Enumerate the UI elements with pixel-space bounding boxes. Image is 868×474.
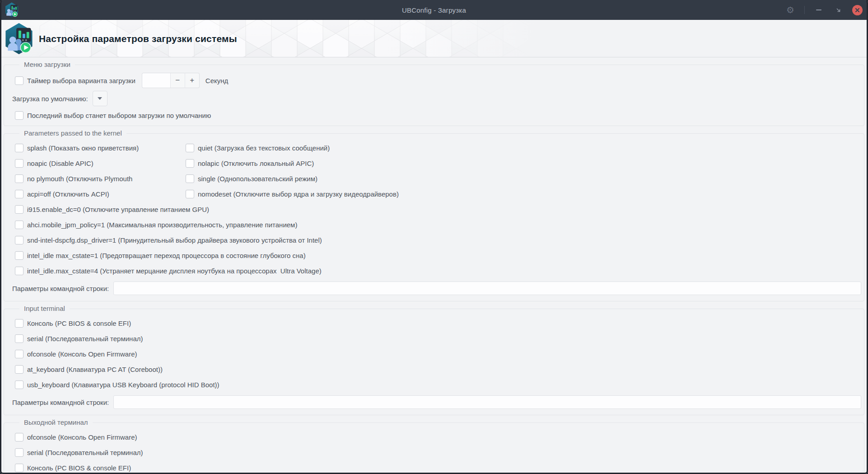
section-title: Input terminal	[19, 305, 70, 312]
checkbox-row: serial (Последовательный терминал)	[4, 331, 864, 346]
section-output-terminal: Выходной терминалofconsole (Консоль Open…	[4, 422, 864, 474]
spin-minus-button[interactable]: −	[170, 73, 185, 88]
checkbox[interactable]	[186, 190, 194, 198]
checkbox[interactable]	[15, 319, 23, 328]
page-title: Настройка параметров загрузки системы	[39, 33, 237, 44]
checkbox-label: nomodeset (Отключите выбор ядра и загруз…	[198, 190, 399, 198]
checkbox-label: serial (Последовательный терминал)	[27, 449, 143, 456]
checkbox-label: intel_idle.max_cstate=4 (Устраняет мерца…	[27, 267, 322, 275]
cmdline-row: Параметры командной строки:	[4, 278, 864, 298]
checkbox-label: Консоль (PC BIOS & console EFI)	[27, 319, 131, 327]
checkbox-label: nolapic (Отключить локальный APIC)	[198, 160, 314, 167]
checkbox[interactable]	[186, 144, 194, 152]
checkbox[interactable]	[15, 267, 23, 275]
checkbox[interactable]	[15, 380, 23, 389]
checkbox[interactable]	[15, 433, 23, 441]
checkbox-label: serial (Последовательный терминал)	[27, 335, 143, 343]
spinbox-input[interactable]	[142, 73, 170, 88]
checkbox[interactable]	[15, 464, 23, 472]
checkbox[interactable]	[15, 190, 23, 198]
checkbox-row: usb_keyboard (Клавиатура USB Keyboard (p…	[4, 377, 864, 392]
checkbox-pair-row: noapic (Disable APIC)nolapic (Отключить …	[4, 155, 864, 171]
restore-icon	[835, 7, 841, 13]
checkbox[interactable]	[15, 334, 23, 343]
settings-button[interactable]: ⚙	[785, 5, 796, 15]
titlebar: UBConfig - Загрузка ⚙	[0, 0, 868, 20]
chevron-down-icon	[98, 97, 102, 100]
section-title: Parameters passed to the kernel	[19, 129, 126, 137]
minimize-icon	[816, 9, 821, 10]
content: Меню загрузкиТаймер выбора варианта загр…	[0, 57, 868, 474]
checkbox[interactable]	[15, 236, 23, 244]
checkbox[interactable]	[15, 350, 23, 358]
checkbox-row: ofconsole (Консоль Open Firmware)	[4, 346, 864, 361]
checkbox[interactable]	[15, 365, 23, 374]
minimize-button[interactable]	[813, 5, 824, 15]
checkbox-label: noapic (Disable APIC)	[27, 160, 93, 167]
default-boot-row: Загрузка по умолчанию:	[4, 89, 864, 108]
checkbox-cell: noapic (Disable APIC)	[15, 159, 186, 168]
section-kernel-params: Parameters passed to the kernelsplash (П…	[4, 133, 864, 301]
window-controls: ⚙	[785, 0, 863, 20]
section-title: Меню загрузки	[19, 61, 75, 68]
checkbox-row: intel_idle.max_cstate=4 (Устраняет мерца…	[4, 263, 864, 278]
default-boot-label: Загрузка по умолчанию:	[12, 95, 88, 103]
checkbox-label: snd-intel-dspcfg.dsp_driver=1 (Принудите…	[27, 236, 322, 244]
titlebar-separator	[804, 6, 805, 14]
header-banner: Настройка параметров загрузки системы	[0, 20, 868, 57]
checkbox-pair-row: splash (Показать окно приветствия)quiet …	[4, 140, 864, 155]
checkbox-cell: quiet (Загрузка без текстовых сообщений)	[186, 144, 330, 152]
checkbox-row: i915.enable_dc=0 (Отключите управление п…	[4, 202, 864, 217]
cmdline-row: Параметры командной строки:	[4, 392, 864, 412]
checkbox[interactable]	[186, 159, 194, 168]
checkbox[interactable]	[15, 205, 23, 214]
checkbox[interactable]	[15, 448, 23, 457]
checkbox-label: no plymouth (Отключить Plymouth	[27, 175, 132, 183]
checkbox-label: splash (Показать окно приветствия)	[27, 144, 139, 152]
spin-plus-button[interactable]: +	[185, 73, 200, 88]
checkbox[interactable]	[186, 174, 194, 183]
checkbox-label: quiet (Загрузка без текстовых сообщений)	[198, 144, 330, 152]
checkbox-label: usb_keyboard (Клавиатура USB Keyboard (p…	[27, 381, 219, 389]
checkbox-label: Таймер выбора варианта загрузки	[27, 77, 135, 84]
seconds-spinbox: −+	[142, 73, 200, 88]
section-boot-menu: Меню загрузкиТаймер выбора варианта загр…	[4, 65, 864, 126]
checkbox-row: intel_idle max_cstate=1 (Предотвращает п…	[4, 248, 864, 263]
section-title: Выходной терминал	[19, 418, 93, 426]
seconds-unit-label: Секунд	[205, 77, 228, 84]
window-title: UBConfig - Загрузка	[0, 6, 868, 14]
timer-row: Таймер выбора варианта загрузки−+Секунд	[4, 71, 864, 89]
cmdline-label: Параметры командной строки:	[12, 399, 109, 406]
default-boot-combobox[interactable]	[93, 91, 107, 106]
close-button[interactable]	[852, 5, 863, 15]
checkbox[interactable]	[15, 251, 23, 260]
checkbox-label: Консоль (PC BIOS & console EFI)	[27, 464, 131, 472]
checkbox-label: single (Однопользовательский режим)	[198, 175, 317, 183]
checkbox-label: ofconsole (Консоль Open Firmware)	[27, 433, 137, 441]
checkbox-row: Последний выбор станет выбором загрузки …	[4, 108, 864, 123]
checkbox-row: Консоль (PC BIOS & console EFI)	[4, 460, 864, 474]
checkbox[interactable]	[15, 111, 23, 120]
app-logo	[5, 23, 33, 55]
checkbox[interactable]	[15, 144, 23, 152]
checkbox[interactable]	[15, 76, 23, 85]
checkbox[interactable]	[15, 159, 23, 168]
checkbox-row: ofconsole (Консоль Open Firmware)	[4, 429, 864, 445]
checkbox-label: acpi=off (Отключить ACPI)	[27, 190, 109, 198]
checkbox-row: snd-intel-dspcfg.dsp_driver=1 (Принудите…	[4, 232, 864, 248]
cmdline-input[interactable]	[113, 282, 861, 295]
cmdline-label: Параметры командной строки:	[12, 285, 109, 292]
checkbox-cell: nomodeset (Отключите выбор ядра и загруз…	[186, 190, 399, 198]
restore-button[interactable]	[833, 5, 844, 15]
checkbox-cell: acpi=off (Отключить ACPI)	[15, 190, 186, 198]
checkbox-cell: splash (Показать окно приветствия)	[15, 144, 186, 152]
checkbox[interactable]	[15, 174, 23, 183]
gear-icon: ⚙	[786, 5, 794, 14]
checkbox-label: Последний выбор станет выбором загрузки …	[27, 112, 211, 119]
close-icon	[855, 8, 860, 13]
checkbox[interactable]	[15, 221, 23, 229]
header-divider	[0, 57, 868, 57]
checkbox-row: Консоль (PC BIOS & console EFI)	[4, 315, 864, 331]
checkbox-label: i915.enable_dc=0 (Отключите управление п…	[27, 206, 209, 213]
cmdline-input[interactable]	[113, 395, 861, 409]
